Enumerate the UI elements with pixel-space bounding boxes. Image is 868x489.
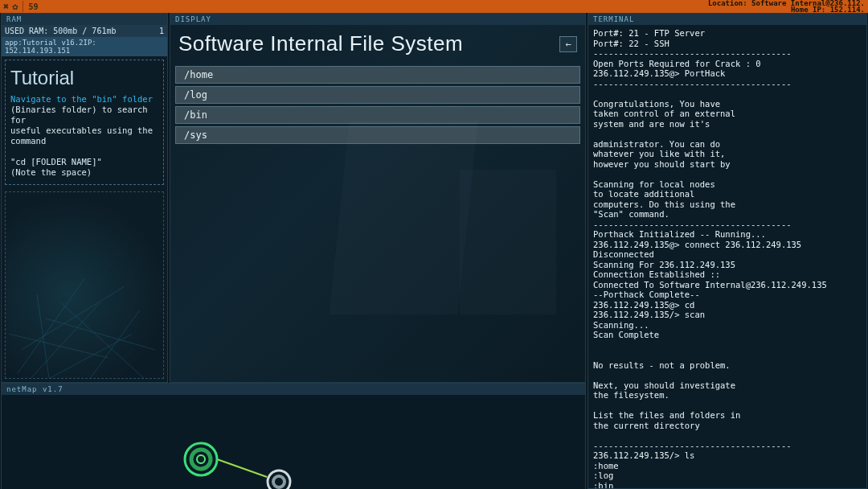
- svg-line-4: [76, 310, 139, 379]
- close-icon[interactable]: ✖: [3, 2, 9, 11]
- svg-line-6: [61, 302, 148, 379]
- netmap-header: netMap v1.7: [2, 384, 585, 395]
- ram-app-count: 1: [159, 27, 164, 35]
- netmap-svg: [2, 395, 585, 489]
- terminal-output[interactable]: Port#: 21 - FTP Server Port#: 22 - SSH -…: [588, 25, 866, 488]
- svg-line-3: [37, 294, 53, 379]
- netmap-body[interactable]: [2, 395, 585, 489]
- ram-app-bar[interactable]: app:Tutorial v16.2IP: 152.114.193.151: [2, 37, 167, 56]
- ram-visualization: [5, 191, 164, 379]
- ram-header: RAM: [2, 14, 167, 25]
- ram-viz-lines: [6, 192, 163, 379]
- folder-home[interactable]: /home: [175, 66, 580, 84]
- netmap-node-remote[interactable]: [268, 471, 290, 489]
- svg-point-11: [197, 455, 205, 463]
- svg-line-0: [14, 302, 100, 379]
- svg-point-13: [273, 476, 285, 487]
- folder-log[interactable]: /log: [175, 86, 580, 104]
- tutorial-box: Tutorial Navigate to the "bin" folder (B…: [5, 60, 164, 185]
- tutorial-highlight: Navigate to the "bin" folder: [10, 94, 153, 104]
- display-panel: DISPLAY Software Internal File System ← …: [170, 13, 586, 383]
- ram-panel: RAM USED RAM: 500mb / 761mb 1 app:Tutori…: [1, 13, 168, 383]
- top-bar: ✖ ✿ 59 Location: Software Internal@236.1…: [0, 0, 868, 13]
- tutorial-text: Navigate to the "bin" folder (Binaries f…: [10, 94, 158, 178]
- clock-readout: 59: [28, 2, 38, 11]
- back-button[interactable]: ←: [559, 36, 577, 52]
- svg-line-7: [18, 279, 84, 374]
- bg-shape: [329, 121, 477, 314]
- netmap-link: [217, 459, 267, 477]
- tutorial-title: Tutorial: [10, 67, 158, 89]
- ram-usage-bar: USED RAM: 500mb / 761mb 1: [2, 25, 167, 37]
- terminal-panel: TERMINAL Port#: 21 - FTP Server Port#: 2…: [588, 13, 867, 489]
- svg-line-8: [45, 318, 155, 350]
- gear-icon[interactable]: ✿: [12, 2, 18, 11]
- ram-usage-label: USED RAM: 500mb / 761mb: [5, 27, 116, 35]
- netmap-panel: netMap v1.7: [1, 383, 586, 489]
- svg-line-5: [10, 334, 108, 357]
- display-header: DISPLAY: [170, 14, 585, 25]
- netmap-node-active[interactable]: [185, 443, 217, 475]
- bg-shape: [460, 170, 556, 314]
- terminal-header: TERMINAL: [588, 14, 866, 25]
- tutorial-body: (Binaries folder) to search for useful e…: [10, 105, 153, 177]
- home-ip-label: Home IP: 152.114.: [708, 6, 865, 13]
- display-title: Software Internal File System: [178, 31, 559, 56]
- svg-line-1: [29, 334, 131, 379]
